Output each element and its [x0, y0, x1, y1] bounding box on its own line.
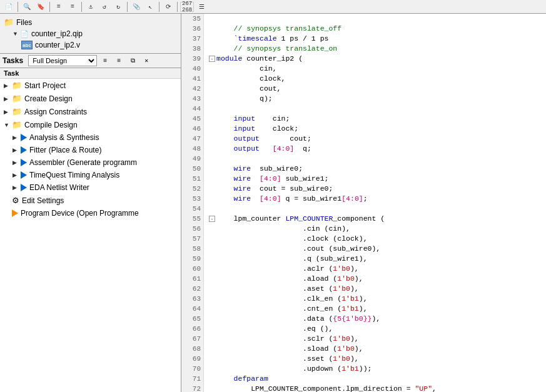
task-item-fitter[interactable]: ▶ Fitter (Place & Route): [0, 144, 181, 156]
code-text: .aclr (1'b0),: [216, 264, 359, 274]
task-item-start-project[interactable]: ▶ 📁 Start Project: [0, 79, 181, 92]
separator-2: [49, 2, 50, 12]
code-line-64[interactable]: .cnt_en (1'b1),: [209, 304, 541, 314]
task-item-program-device[interactable]: ▶ Program Device (Open Programme: [0, 207, 181, 219]
code-line-43[interactable]: q);: [209, 94, 541, 104]
code-line-47[interactable]: output cout;: [209, 134, 541, 144]
code-line-55[interactable]: - lpm_counter LPM_COUNTER_component (: [209, 214, 541, 224]
code-lines[interactable]: // synopsys translate_off `timescale 1 p…: [204, 14, 546, 392]
code-line-39[interactable]: -module counter_ip2 (: [209, 54, 541, 64]
code-line-50[interactable]: wire sub_wire0;: [209, 164, 541, 174]
code-line-59[interactable]: .q (sub_wire1),: [209, 254, 541, 264]
tasks-toolbar-unindent[interactable]: ≡: [113, 56, 124, 66]
code-line-41[interactable]: clock,: [209, 74, 541, 84]
code-line-36[interactable]: // synopsys translate_off: [209, 24, 541, 34]
task-item-assembler[interactable]: ▶ Assembler (Generate programm: [0, 156, 181, 169]
code-text: wire cout = sub_wire0;: [216, 184, 333, 194]
compile-design-folder-icon: 📁: [12, 120, 22, 129]
code-line-42[interactable]: cout,: [209, 84, 541, 94]
code-line-63[interactable]: .clk_en (1'b1),: [209, 294, 541, 304]
task-item-compile-design[interactable]: ▼ 📁 Compile Design: [0, 118, 181, 131]
code-line-44[interactable]: [209, 104, 541, 114]
compile-design-arrow: ▼: [4, 122, 10, 128]
refresh-icon[interactable]: ⟳: [162, 1, 174, 13]
code-line-49[interactable]: [209, 154, 541, 164]
code-line-37[interactable]: `timescale 1 ps / 1 ps: [209, 34, 541, 44]
task-item-analysis-synthesis[interactable]: ▶ Analysis & Synthesis: [0, 131, 181, 144]
task-item-eda-netlist[interactable]: ▶ EDA Netlist Writer: [0, 181, 181, 194]
qip-filename: counter_ip2.qip: [31, 29, 83, 38]
code-text: // synopsys translate_on: [216, 44, 337, 54]
tasks-column-header: Task: [0, 68, 181, 79]
fold-button[interactable]: -: [209, 56, 215, 62]
file-icon[interactable]: 📄: [3, 1, 15, 13]
code-line-51[interactable]: wire [4:0] sub_wire1;: [209, 174, 541, 184]
code-line-57[interactable]: .clock (clock),: [209, 234, 541, 244]
task-item-edit-settings[interactable]: ▶ ⚙ Edit Settings: [0, 194, 181, 207]
code-line-40[interactable]: cin,: [209, 64, 541, 74]
fold-button[interactable]: -: [209, 216, 215, 222]
task-item-create-design[interactable]: ▶ 📁 Create Design: [0, 92, 181, 105]
align-left-icon[interactable]: ≡: [53, 1, 65, 13]
list-icon[interactable]: ☰: [195, 1, 208, 13]
code-line-56[interactable]: .cin (cin),: [209, 224, 541, 234]
code-line-65[interactable]: .data ({5{1'b0}}),: [209, 314, 541, 324]
align-right-icon[interactable]: ≡: [66, 1, 79, 13]
code-line-52[interactable]: wire cout = sub_wire0;: [209, 184, 541, 194]
tasks-toolbar-indent[interactable]: ≡: [99, 56, 111, 66]
tasks-dropdown[interactable]: Full Design: [28, 55, 97, 66]
code-text: input clock;: [216, 124, 298, 134]
code-text: .sload (1'b0),: [216, 344, 363, 354]
fitter-arrow: ▶: [13, 147, 19, 153]
tasks-toolbar-close[interactable]: ✕: [141, 56, 152, 66]
code-line-35[interactable]: [209, 14, 541, 24]
file-item-v[interactable]: abc counter_ip2.v: [0, 39, 181, 51]
task-item-assign-constraints[interactable]: ▶ 📁 Assign Constraints: [0, 105, 181, 118]
assign-constraints-label: Assign Constraints: [24, 108, 87, 116]
code-line-48[interactable]: output [4:0] q;: [209, 144, 541, 154]
compile-design-label: Compile Design: [24, 121, 78, 129]
code-line-68[interactable]: .sload (1'b0),: [209, 344, 541, 354]
code-line-61[interactable]: .aload (1'b0),: [209, 274, 541, 284]
rotate-left-icon[interactable]: ↺: [98, 1, 111, 13]
files-title: Files: [16, 18, 32, 27]
code-text: .aset (1'b0),: [216, 284, 359, 294]
code-line-70[interactable]: .updown (1'b1));: [209, 364, 541, 374]
toolbar: 📄 🔍 🔖 ≡ ≡ ⚓ ↺ ↻ 📎 ↖ ⟳ 267268 ☰: [0, 0, 546, 14]
binoculars-icon[interactable]: 🔍: [21, 1, 33, 13]
code-editor: 3536373839404142434445464748495051525354…: [181, 14, 546, 392]
clip-icon[interactable]: 📎: [130, 1, 143, 13]
cursor-icon[interactable]: ↖: [144, 1, 156, 13]
line-numbers: 3536373839404142434445464748495051525354…: [181, 14, 204, 392]
rotate-right-icon[interactable]: ↻: [112, 1, 124, 13]
code-line-45[interactable]: input cin;: [209, 114, 541, 124]
code-text: .clock (clock),: [216, 234, 368, 244]
left-panel: 📁 Files ▼ 📄 counter_ip2.qip abc counter_…: [0, 14, 181, 392]
code-line-46[interactable]: input clock;: [209, 124, 541, 134]
code-line-53[interactable]: wire [4:0] q = sub_wire1[4:0];: [209, 194, 541, 204]
v-filename: counter_ip2.v: [35, 41, 80, 49]
code-content[interactable]: 3536373839404142434445464748495051525354…: [181, 14, 546, 392]
code-line-60[interactable]: .aclr (1'b0),: [209, 264, 541, 274]
code-line-66[interactable]: .eq (),: [209, 324, 541, 334]
code-line-71[interactable]: defparam: [209, 374, 541, 384]
code-line-69[interactable]: .sset (1'b0),: [209, 354, 541, 364]
eda-netlist-arrow: ▶: [13, 184, 19, 191]
bookmark-icon[interactable]: 🔖: [34, 1, 47, 13]
file-item-qip[interactable]: ▼ 📄 counter_ip2.qip: [0, 28, 181, 39]
anchor-icon[interactable]: ⚓: [84, 1, 97, 13]
code-text: q);: [216, 94, 273, 104]
code-line-72[interactable]: LPM_COUNTER_component.lpm_direction = "U…: [209, 384, 541, 392]
code-line-62[interactable]: .aset (1'b0),: [209, 284, 541, 294]
code-line-58[interactable]: .cout (sub_wire0),: [209, 244, 541, 254]
task-item-timequest[interactable]: ▶ TimeQuest Timing Analysis: [0, 169, 181, 181]
code-text: `timescale 1 ps / 1 ps: [216, 34, 328, 44]
start-project-arrow: ▶: [4, 83, 10, 89]
code-text: .aload (1'b0),: [216, 274, 363, 284]
tasks-toolbar-window[interactable]: ⧉: [127, 56, 138, 66]
code-line-67[interactable]: .sclr (1'b0),: [209, 334, 541, 344]
code-line-54[interactable]: [209, 204, 541, 214]
code-text: LPM_COUNTER_component.lpm_direction = "U…: [216, 384, 437, 392]
eda-netlist-label: EDA Netlist Writer: [29, 183, 89, 192]
code-line-38[interactable]: // synopsys translate_on: [209, 44, 541, 54]
